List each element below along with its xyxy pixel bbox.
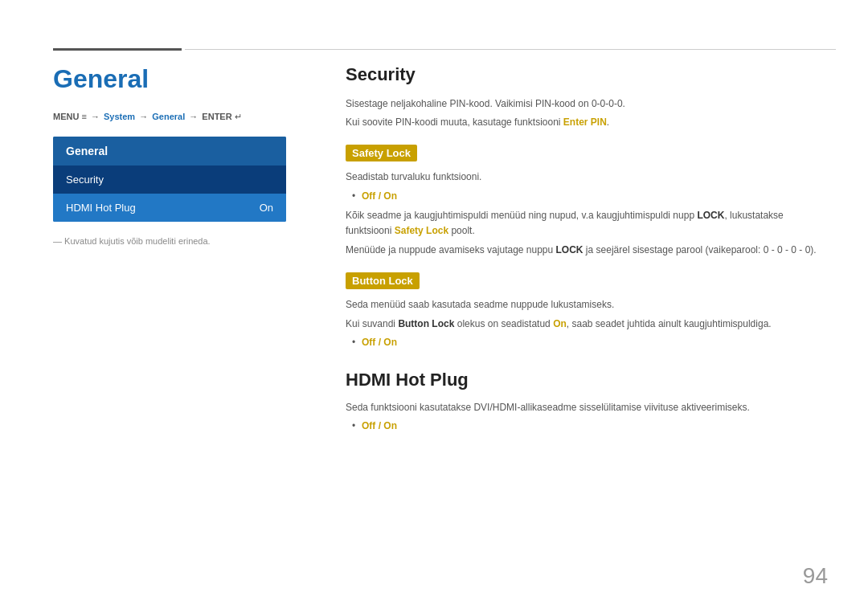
- safety-lock-option-text: Off / On: [362, 190, 397, 202]
- hdmi-section: HDMI Hot Plug Seda funktsiooni kasutatak…: [346, 370, 828, 434]
- safety-lock-bold2: LOCK: [556, 244, 583, 255]
- menu-header: General: [53, 137, 286, 166]
- security-section-title: Security: [346, 64, 828, 85]
- button-lock-bold: Button Lock: [398, 318, 454, 329]
- security-desc2: Kui soovite PIN-koodi muuta, kasutage fu…: [346, 115, 828, 130]
- breadcrumb-general: General: [152, 112, 185, 121]
- left-panel: General MENU ≡ → System → General → ENTE…: [53, 64, 294, 246]
- safety-lock-body2: Menüüde ja nuppude avamiseks vajutage nu…: [346, 243, 828, 258]
- menu-box: General Security HDMI Hot Plug On: [53, 137, 286, 222]
- safety-lock-option: Off / On: [346, 189, 828, 204]
- top-bar-dark-segment: [53, 48, 182, 51]
- button-lock-option-text: Off / On: [362, 337, 397, 348]
- safety-lock-body1: Kõik seadme ja kaugjuhtimispuldi menüüd …: [346, 208, 828, 239]
- button-lock-desc1: Seda menüüd saab kasutada seadme nuppude…: [346, 297, 828, 313]
- security-desc2-after: .: [607, 116, 609, 128]
- menu-item-hdmi-value: On: [260, 202, 273, 214]
- button-lock-title: Button Lock: [346, 272, 420, 289]
- breadcrumb-system: System: [104, 112, 135, 121]
- page-number: 94: [803, 563, 828, 589]
- breadcrumb-menu: MENU ≡: [53, 112, 87, 121]
- top-bar-light-segment: [185, 49, 836, 50]
- footnote: Kuvatud kujutis võib mudeliti erineda.: [53, 236, 294, 246]
- menu-item-security-label: Security: [66, 174, 104, 186]
- menu-item-security[interactable]: Security: [53, 166, 286, 194]
- page-title: General: [53, 64, 294, 94]
- security-desc1: Sisestage neljakohaline PIN-kood. Vaikim…: [346, 96, 828, 112]
- hdmi-option-text: Off / On: [362, 420, 397, 431]
- button-lock-option: Off / On: [346, 335, 828, 350]
- breadcrumb: MENU ≡ → System → General → ENTER ↵: [53, 112, 294, 122]
- breadcrumb-enter: ENTER ↵: [202, 112, 241, 121]
- breadcrumb-arrow2: →: [139, 112, 150, 121]
- hdmi-option: Off / On: [346, 419, 828, 434]
- top-bar: [53, 48, 836, 50]
- security-desc2-before: Kui soovite PIN-koodi muuta, kasutage fu…: [346, 116, 563, 128]
- hdmi-desc: Seda funktsiooni kasutatakse DVI/HDMI-al…: [346, 400, 828, 415]
- menu-item-hdmi-label: HDMI Hot Plug: [66, 202, 136, 214]
- safety-lock-ref: Safety Lock: [395, 225, 448, 236]
- breadcrumb-arrow3: →: [189, 112, 200, 121]
- enter-pin-link[interactable]: Enter PIN: [563, 116, 607, 128]
- safety-lock-title: Safety Lock: [346, 145, 417, 161]
- button-lock-on: On: [553, 318, 567, 329]
- menu-item-hdmi[interactable]: HDMI Hot Plug On: [53, 194, 286, 222]
- hdmi-title: HDMI Hot Plug: [346, 370, 828, 390]
- safety-lock-desc: Seadistab turvaluku funktsiooni.: [346, 170, 828, 185]
- breadcrumb-arrow1: →: [91, 112, 102, 121]
- right-panel: Security Sisestage neljakohaline PIN-koo…: [346, 64, 828, 438]
- button-lock-desc2: Kui suvandi Button Lock olekus on seadis…: [346, 317, 828, 332]
- safety-lock-bold1: LOCK: [697, 210, 724, 221]
